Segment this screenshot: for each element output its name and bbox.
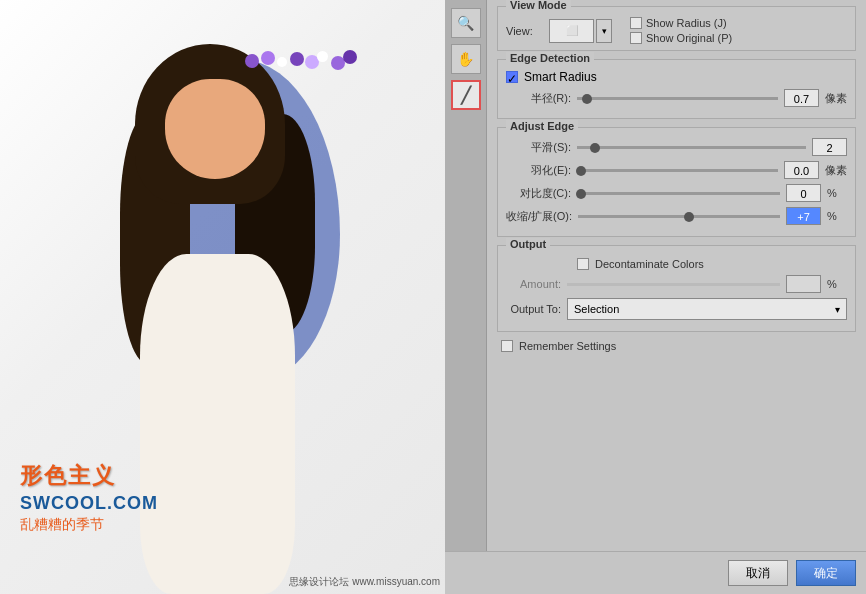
shift-unit: % — [827, 210, 847, 222]
view-mode-label: View Mode — [506, 0, 571, 11]
ok-label: 确定 — [814, 565, 838, 582]
magnifier-icon: 🔍 — [457, 15, 474, 31]
photo-area: 形色主义 SWCOOL.COM 乱糟糟的季节 思缘设计论坛 www.missyu… — [0, 0, 445, 594]
remember-checkbox[interactable] — [501, 340, 513, 352]
view-dropdown-arrow[interactable]: ▾ — [596, 19, 612, 43]
hand-icon: ✋ — [457, 51, 474, 67]
contrast-label: 对比度(C): — [506, 186, 571, 201]
magnifier-tool-button[interactable]: 🔍 — [451, 8, 481, 38]
panel-with-toolbar: 🔍 ✋ ╱ View Mode View: ⬜ ▾ — [445, 0, 866, 551]
decontaminate-checkbox[interactable] — [577, 258, 589, 270]
face — [165, 79, 265, 179]
flower-8 — [343, 50, 357, 64]
show-radius-row[interactable]: Show Radius (J) — [630, 17, 732, 29]
view-mode-section: View Mode View: ⬜ ▾ Show Radius (J) — [497, 6, 856, 51]
radius-value[interactable]: 0.7 — [784, 89, 819, 107]
output-label: Output — [506, 238, 550, 250]
edge-detection-section: Edge Detection ✓ Smart Radius 半径(R): 0.7… — [497, 59, 856, 119]
watermark-url: SWCOOL.COM — [20, 493, 158, 514]
feather-unit: 像素 — [825, 163, 847, 178]
feather-value[interactable]: 0.0 — [784, 161, 819, 179]
view-icon: ⬜ — [566, 25, 578, 36]
amount-value — [786, 275, 821, 293]
watermark-area: 形色主义 SWCOOL.COM 乱糟糟的季节 — [20, 461, 158, 534]
contrast-value[interactable]: 0 — [786, 184, 821, 202]
flower-3 — [277, 57, 287, 67]
hand-tool-button[interactable]: ✋ — [451, 44, 481, 74]
radius-label: 半径(R): — [506, 91, 571, 106]
smooth-value[interactable]: 2 — [812, 138, 847, 156]
flower-crown — [235, 49, 375, 99]
flower-2 — [261, 51, 275, 65]
remember-label: Remember Settings — [519, 340, 616, 352]
show-radius-label: Show Radius (J) — [646, 17, 727, 29]
flower-6 — [317, 51, 328, 62]
view-select-box[interactable]: ⬜ — [549, 19, 594, 43]
show-original-label: Show Original (P) — [646, 32, 732, 44]
smooth-slider[interactable] — [577, 146, 806, 149]
shift-thumb[interactable] — [684, 212, 694, 222]
cancel-button[interactable]: 取消 — [728, 560, 788, 586]
watermark-site: 思缘设计论坛 www.missyuan.com — [289, 575, 440, 589]
show-original-row[interactable]: Show Original (P) — [630, 32, 732, 44]
view-checkboxes: Show Radius (J) Show Original (P) — [630, 17, 732, 44]
radius-slider[interactable] — [577, 97, 778, 100]
remember-settings-row[interactable]: Remember Settings — [497, 340, 856, 352]
amount-label: Amount: — [506, 278, 561, 290]
view-label: View: — [506, 25, 541, 37]
radius-row: 半径(R): 0.7 像素 — [506, 89, 847, 107]
settings-panel: View Mode View: ⬜ ▾ Show Radius (J) — [487, 0, 866, 551]
body-dress — [140, 254, 295, 594]
output-to-select[interactable]: Selection ▾ — [567, 298, 847, 320]
amount-slider — [567, 283, 780, 286]
adjust-edge-label: Adjust Edge — [506, 120, 578, 132]
bottom-bar: 取消 确定 — [445, 551, 866, 594]
shift-edge-row: 收缩/扩展(O): +7 % — [506, 207, 847, 225]
watermark-title: 形色主义 — [20, 461, 158, 491]
brush-icon: ╱ — [461, 86, 471, 105]
output-to-row: Output To: Selection ▾ — [506, 298, 847, 320]
amount-unit: % — [827, 278, 847, 290]
decontaminate-label: Decontaminate Colors — [595, 258, 704, 270]
smooth-row: 平滑(S): 2 — [506, 138, 847, 156]
show-original-checkbox[interactable] — [630, 32, 642, 44]
show-radius-checkbox[interactable] — [630, 17, 642, 29]
output-section: Output Decontaminate Colors Amount: — [497, 245, 856, 332]
smart-radius-row[interactable]: ✓ Smart Radius — [506, 70, 847, 84]
contrast-unit: % — [827, 187, 847, 199]
contrast-slider[interactable] — [577, 192, 780, 195]
radius-unit: 像素 — [825, 91, 847, 106]
feather-slider[interactable] — [577, 169, 778, 172]
feather-row: 羽化(E): 0.0 像素 — [506, 161, 847, 179]
edge-detection-label: Edge Detection — [506, 52, 594, 64]
output-to-label: Output To: — [506, 303, 561, 315]
contrast-thumb[interactable] — [576, 189, 586, 199]
cancel-label: 取消 — [746, 565, 770, 582]
feather-label: 羽化(E): — [506, 163, 571, 178]
amount-row: Amount: % — [506, 275, 847, 293]
toolbar-strip: 🔍 ✋ ╱ — [445, 0, 487, 551]
radius-thumb[interactable] — [582, 94, 592, 104]
watermark-subtitle: 乱糟糟的季节 — [20, 516, 158, 534]
right-panel: 🔍 ✋ ╱ View Mode View: ⬜ ▾ — [445, 0, 866, 594]
smooth-label: 平滑(S): — [506, 140, 571, 155]
shift-value[interactable]: +7 — [786, 207, 821, 225]
flower-1 — [245, 54, 259, 68]
output-to-value: Selection — [574, 303, 619, 315]
output-to-arrow[interactable]: ▾ — [835, 304, 840, 315]
flower-4 — [290, 52, 304, 66]
contrast-row: 对比度(C): 0 % — [506, 184, 847, 202]
feather-thumb[interactable] — [576, 166, 586, 176]
smart-radius-checkbox[interactable]: ✓ — [506, 71, 518, 83]
smooth-thumb[interactable] — [590, 143, 600, 153]
adjust-edge-section: Adjust Edge 平滑(S): 2 羽化(E): — [497, 127, 856, 237]
decontaminate-row[interactable]: Decontaminate Colors — [506, 258, 847, 270]
view-dropdown[interactable]: ⬜ ▾ — [549, 19, 612, 43]
brush-tool-button[interactable]: ╱ — [451, 80, 481, 110]
shift-slider[interactable] — [578, 215, 780, 218]
ok-button[interactable]: 确定 — [796, 560, 856, 586]
smart-radius-label: Smart Radius — [524, 70, 597, 84]
shift-label: 收缩/扩展(O): — [506, 209, 572, 224]
